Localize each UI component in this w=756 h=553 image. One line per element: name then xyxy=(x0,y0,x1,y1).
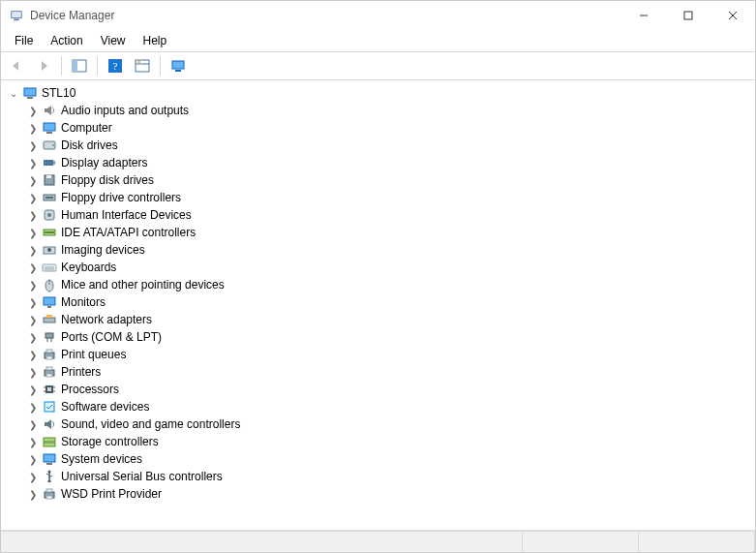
print-queue-icon xyxy=(42,347,57,362)
chevron-right-icon[interactable]: ❯ xyxy=(26,104,40,117)
tree-node[interactable]: ❯Print queues xyxy=(3,346,753,363)
show-hide-tree-button[interactable] xyxy=(68,54,91,77)
svg-rect-24 xyxy=(46,175,51,178)
monitor-scan-icon xyxy=(170,58,186,74)
svg-rect-16 xyxy=(27,97,33,99)
tree-node[interactable]: ❯Network adapters xyxy=(3,311,753,328)
tree-node-label: Computer xyxy=(61,121,112,135)
statusbar-cell xyxy=(639,532,755,552)
chevron-right-icon[interactable]: ❯ xyxy=(26,138,40,152)
chevron-right-icon[interactable]: ❯ xyxy=(26,330,40,344)
tree-node[interactable]: ❯Computer xyxy=(3,119,753,137)
ide-icon xyxy=(42,225,57,240)
back-button[interactable] xyxy=(5,54,28,77)
chevron-right-icon[interactable]: ❯ xyxy=(26,261,40,274)
menu-action[interactable]: Action xyxy=(43,32,90,49)
svg-rect-49 xyxy=(46,367,52,370)
chevron-right-icon[interactable]: ❯ xyxy=(26,452,40,466)
svg-point-32 xyxy=(47,248,51,252)
minimize-button[interactable] xyxy=(621,1,666,30)
menu-view[interactable]: View xyxy=(93,32,134,49)
tree-root-node[interactable]: ⌄STL10 xyxy=(3,84,753,102)
tree-node[interactable]: ❯Floppy disk drives xyxy=(3,171,753,189)
properties-button[interactable] xyxy=(131,54,154,77)
chevron-right-icon[interactable]: ❯ xyxy=(26,313,40,326)
tree-node[interactable]: ❯Human Interface Devices xyxy=(3,206,753,224)
chevron-right-icon[interactable]: ❯ xyxy=(26,487,40,501)
tree-node[interactable]: ❯Imaging devices xyxy=(3,241,753,259)
titlebar: Device Manager xyxy=(1,1,755,30)
tree-node[interactable]: ❯Storage controllers xyxy=(3,433,753,450)
tree-node[interactable]: ❯Software devices xyxy=(3,398,753,415)
svg-rect-18 xyxy=(46,132,52,134)
chevron-right-icon[interactable]: ❯ xyxy=(26,348,40,361)
svg-rect-47 xyxy=(46,356,52,359)
tree-node[interactable]: ❯Processors xyxy=(3,381,753,398)
arrow-left-icon xyxy=(9,58,24,74)
statusbar-main xyxy=(1,532,523,552)
svg-rect-26 xyxy=(45,197,53,199)
statusbar xyxy=(1,531,755,552)
tree-node[interactable]: ❯Floppy drive controllers xyxy=(3,189,753,206)
chevron-right-icon[interactable]: ❯ xyxy=(26,435,40,448)
svg-rect-39 xyxy=(47,306,51,308)
chevron-right-icon[interactable]: ❯ xyxy=(26,400,40,414)
chevron-down-icon[interactable]: ⌄ xyxy=(7,86,20,100)
chevron-right-icon[interactable]: ❯ xyxy=(26,470,40,483)
chevron-right-icon[interactable]: ❯ xyxy=(26,226,40,239)
tree-node-label: Disk drives xyxy=(61,138,118,152)
help-icon: ? xyxy=(107,58,123,74)
svg-rect-46 xyxy=(46,350,52,353)
forward-button[interactable] xyxy=(32,54,55,77)
scan-hardware-button[interactable] xyxy=(166,54,190,77)
properties-icon xyxy=(135,58,150,74)
close-button[interactable] xyxy=(711,1,755,30)
window-title: Device Manager xyxy=(30,9,114,22)
tree-node-label: Printers xyxy=(61,365,101,379)
system-icon xyxy=(42,451,57,467)
chevron-right-icon[interactable]: ❯ xyxy=(26,191,40,204)
chevron-right-icon[interactable]: ❯ xyxy=(26,121,40,135)
chevron-right-icon[interactable]: ❯ xyxy=(26,173,40,187)
svg-point-63 xyxy=(48,471,51,474)
chevron-right-icon[interactable]: ❯ xyxy=(26,383,40,396)
chevron-right-icon[interactable]: ❯ xyxy=(26,417,40,431)
tree-node[interactable]: ❯Display adapters xyxy=(3,154,753,171)
tree-node[interactable]: ❯WSD Print Provider xyxy=(3,485,753,503)
svg-rect-40 xyxy=(44,318,55,323)
tree-node[interactable]: ❯Monitors xyxy=(3,293,753,311)
svg-rect-0 xyxy=(12,12,22,18)
tree-node-label: Floppy drive controllers xyxy=(61,191,181,204)
svg-rect-12 xyxy=(137,61,140,63)
maximize-button[interactable] xyxy=(666,1,711,30)
menu-help[interactable]: Help xyxy=(136,32,175,49)
processor-icon xyxy=(42,382,57,397)
usb-icon xyxy=(42,469,57,484)
svg-rect-61 xyxy=(46,463,52,465)
tree-node[interactable]: ❯System devices xyxy=(3,450,753,468)
tree-node[interactable]: ❯Keyboards xyxy=(3,259,753,276)
tree-node[interactable]: ❯Sound, video and game controllers xyxy=(3,415,753,433)
tree-node[interactable]: ❯Ports (COM & LPT) xyxy=(3,328,753,346)
floppy-icon xyxy=(42,172,57,188)
floppy-controller-icon xyxy=(42,190,57,205)
svg-rect-66 xyxy=(46,489,52,492)
chevron-right-icon[interactable]: ❯ xyxy=(26,295,40,309)
tree-node[interactable]: ❯Universal Serial Bus controllers xyxy=(3,468,753,485)
chevron-right-icon[interactable]: ❯ xyxy=(26,243,40,257)
svg-rect-64 xyxy=(48,480,51,482)
device-tree[interactable]: ⌄STL10❯Audio inputs and outputs❯Computer… xyxy=(1,80,755,531)
tree-node[interactable]: ❯Audio inputs and outputs xyxy=(3,102,753,119)
chevron-right-icon[interactable]: ❯ xyxy=(26,208,40,222)
help-button[interactable]: ? xyxy=(104,54,127,77)
svg-rect-14 xyxy=(175,70,181,72)
tree-node[interactable]: ❯Disk drives xyxy=(3,137,753,154)
tree-node[interactable]: ❯IDE ATA/ATAPI controllers xyxy=(3,224,753,241)
chevron-right-icon[interactable]: ❯ xyxy=(26,156,40,169)
menu-file[interactable]: File xyxy=(7,32,41,49)
chevron-right-icon[interactable]: ❯ xyxy=(26,278,40,292)
tree-node[interactable]: ❯Mice and other pointing devices xyxy=(3,276,753,293)
svg-text:?: ? xyxy=(113,60,118,72)
chevron-right-icon[interactable]: ❯ xyxy=(26,365,40,379)
tree-node[interactable]: ❯Printers xyxy=(3,363,753,381)
